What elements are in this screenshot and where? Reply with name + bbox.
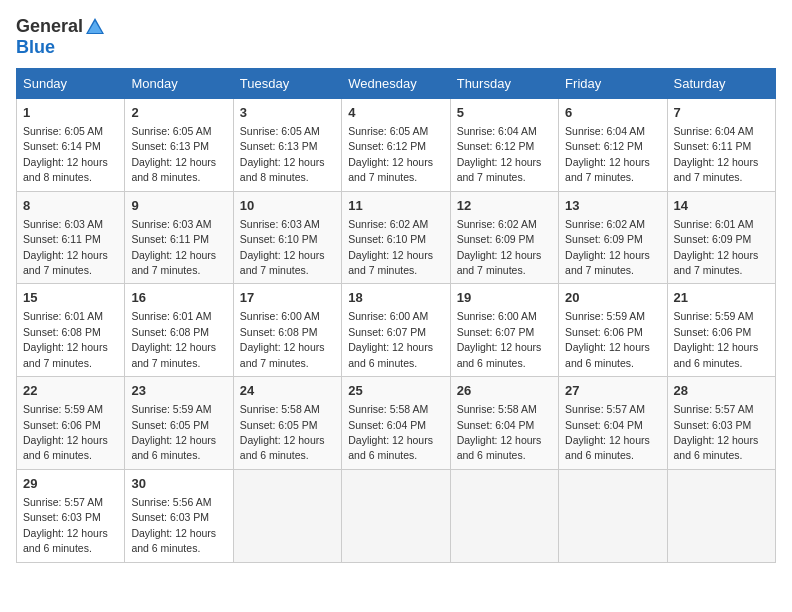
col-header-wednesday: Wednesday: [342, 68, 450, 98]
calendar-week-4: 29Sunrise: 5:57 AMSunset: 6:03 PMDayligh…: [17, 469, 776, 562]
day-info: Sunrise: 6:05 AMSunset: 6:13 PMDaylight:…: [240, 125, 325, 183]
day-info: Sunrise: 6:00 AMSunset: 6:07 PMDaylight:…: [348, 310, 433, 368]
day-info: Sunrise: 6:02 AMSunset: 6:09 PMDaylight:…: [565, 218, 650, 276]
day-info: Sunrise: 6:03 AMSunset: 6:11 PMDaylight:…: [131, 218, 216, 276]
day-info: Sunrise: 5:57 AMSunset: 6:03 PMDaylight:…: [23, 496, 108, 554]
day-number: 15: [23, 289, 118, 307]
col-header-monday: Monday: [125, 68, 233, 98]
calendar-cell: 17Sunrise: 6:00 AMSunset: 6:08 PMDayligh…: [233, 284, 341, 377]
day-number: 16: [131, 289, 226, 307]
day-number: 23: [131, 382, 226, 400]
col-header-friday: Friday: [559, 68, 667, 98]
calendar-cell: 18Sunrise: 6:00 AMSunset: 6:07 PMDayligh…: [342, 284, 450, 377]
day-info: Sunrise: 6:01 AMSunset: 6:08 PMDaylight:…: [131, 310, 216, 368]
day-info: Sunrise: 6:01 AMSunset: 6:09 PMDaylight:…: [674, 218, 759, 276]
calendar-cell: 26Sunrise: 5:58 AMSunset: 6:04 PMDayligh…: [450, 377, 558, 470]
calendar-cell: 21Sunrise: 5:59 AMSunset: 6:06 PMDayligh…: [667, 284, 775, 377]
day-number: 22: [23, 382, 118, 400]
header-row: SundayMondayTuesdayWednesdayThursdayFrid…: [17, 68, 776, 98]
calendar-cell: 19Sunrise: 6:00 AMSunset: 6:07 PMDayligh…: [450, 284, 558, 377]
calendar-cell: 30Sunrise: 5:56 AMSunset: 6:03 PMDayligh…: [125, 469, 233, 562]
calendar-cell: [342, 469, 450, 562]
day-info: Sunrise: 5:59 AMSunset: 6:06 PMDaylight:…: [565, 310, 650, 368]
logo: GeneralBlue: [16, 16, 107, 58]
day-info: Sunrise: 6:05 AMSunset: 6:14 PMDaylight:…: [23, 125, 108, 183]
day-info: Sunrise: 6:03 AMSunset: 6:11 PMDaylight:…: [23, 218, 108, 276]
day-number: 30: [131, 475, 226, 493]
calendar-cell: 13Sunrise: 6:02 AMSunset: 6:09 PMDayligh…: [559, 191, 667, 284]
calendar-cell: 25Sunrise: 5:58 AMSunset: 6:04 PMDayligh…: [342, 377, 450, 470]
calendar-cell: 8Sunrise: 6:03 AMSunset: 6:11 PMDaylight…: [17, 191, 125, 284]
day-info: Sunrise: 6:04 AMSunset: 6:11 PMDaylight:…: [674, 125, 759, 183]
calendar-cell: 7Sunrise: 6:04 AMSunset: 6:11 PMDaylight…: [667, 98, 775, 191]
col-header-tuesday: Tuesday: [233, 68, 341, 98]
day-number: 11: [348, 197, 443, 215]
calendar-cell: 16Sunrise: 6:01 AMSunset: 6:08 PMDayligh…: [125, 284, 233, 377]
day-info: Sunrise: 5:59 AMSunset: 6:05 PMDaylight:…: [131, 403, 216, 461]
col-header-saturday: Saturday: [667, 68, 775, 98]
logo-general: General: [16, 16, 83, 36]
day-number: 2: [131, 104, 226, 122]
calendar-cell: [450, 469, 558, 562]
day-info: Sunrise: 6:00 AMSunset: 6:07 PMDaylight:…: [457, 310, 542, 368]
calendar-cell: [667, 469, 775, 562]
calendar-cell: 22Sunrise: 5:59 AMSunset: 6:06 PMDayligh…: [17, 377, 125, 470]
logo-blue: Blue: [16, 37, 55, 57]
col-header-sunday: Sunday: [17, 68, 125, 98]
calendar-cell: 15Sunrise: 6:01 AMSunset: 6:08 PMDayligh…: [17, 284, 125, 377]
calendar-cell: 24Sunrise: 5:58 AMSunset: 6:05 PMDayligh…: [233, 377, 341, 470]
col-header-thursday: Thursday: [450, 68, 558, 98]
calendar-cell: 10Sunrise: 6:03 AMSunset: 6:10 PMDayligh…: [233, 191, 341, 284]
calendar-cell: 3Sunrise: 6:05 AMSunset: 6:13 PMDaylight…: [233, 98, 341, 191]
day-number: 13: [565, 197, 660, 215]
day-info: Sunrise: 5:58 AMSunset: 6:05 PMDaylight:…: [240, 403, 325, 461]
calendar-cell: 2Sunrise: 6:05 AMSunset: 6:13 PMDaylight…: [125, 98, 233, 191]
day-info: Sunrise: 6:05 AMSunset: 6:12 PMDaylight:…: [348, 125, 433, 183]
calendar-cell: 6Sunrise: 6:04 AMSunset: 6:12 PMDaylight…: [559, 98, 667, 191]
calendar-cell: [559, 469, 667, 562]
day-number: 10: [240, 197, 335, 215]
day-info: Sunrise: 5:57 AMSunset: 6:04 PMDaylight:…: [565, 403, 650, 461]
day-number: 1: [23, 104, 118, 122]
day-info: Sunrise: 5:57 AMSunset: 6:03 PMDaylight:…: [674, 403, 759, 461]
calendar-week-1: 8Sunrise: 6:03 AMSunset: 6:11 PMDaylight…: [17, 191, 776, 284]
day-info: Sunrise: 5:56 AMSunset: 6:03 PMDaylight:…: [131, 496, 216, 554]
day-number: 14: [674, 197, 769, 215]
day-number: 26: [457, 382, 552, 400]
day-number: 29: [23, 475, 118, 493]
day-number: 18: [348, 289, 443, 307]
day-info: Sunrise: 6:02 AMSunset: 6:09 PMDaylight:…: [457, 218, 542, 276]
day-number: 9: [131, 197, 226, 215]
day-info: Sunrise: 6:03 AMSunset: 6:10 PMDaylight:…: [240, 218, 325, 276]
calendar-cell: 5Sunrise: 6:04 AMSunset: 6:12 PMDaylight…: [450, 98, 558, 191]
calendar-week-0: 1Sunrise: 6:05 AMSunset: 6:14 PMDaylight…: [17, 98, 776, 191]
day-info: Sunrise: 5:58 AMSunset: 6:04 PMDaylight:…: [457, 403, 542, 461]
day-number: 25: [348, 382, 443, 400]
calendar-cell: 14Sunrise: 6:01 AMSunset: 6:09 PMDayligh…: [667, 191, 775, 284]
day-number: 8: [23, 197, 118, 215]
day-number: 5: [457, 104, 552, 122]
calendar-cell: 27Sunrise: 5:57 AMSunset: 6:04 PMDayligh…: [559, 377, 667, 470]
day-number: 24: [240, 382, 335, 400]
day-number: 3: [240, 104, 335, 122]
calendar-cell: 9Sunrise: 6:03 AMSunset: 6:11 PMDaylight…: [125, 191, 233, 284]
day-info: Sunrise: 5:58 AMSunset: 6:04 PMDaylight:…: [348, 403, 433, 461]
day-info: Sunrise: 6:04 AMSunset: 6:12 PMDaylight:…: [457, 125, 542, 183]
day-info: Sunrise: 6:02 AMSunset: 6:10 PMDaylight:…: [348, 218, 433, 276]
day-info: Sunrise: 5:59 AMSunset: 6:06 PMDaylight:…: [23, 403, 108, 461]
day-number: 28: [674, 382, 769, 400]
calendar-week-3: 22Sunrise: 5:59 AMSunset: 6:06 PMDayligh…: [17, 377, 776, 470]
calendar-cell: 23Sunrise: 5:59 AMSunset: 6:05 PMDayligh…: [125, 377, 233, 470]
day-info: Sunrise: 6:05 AMSunset: 6:13 PMDaylight:…: [131, 125, 216, 183]
day-number: 6: [565, 104, 660, 122]
calendar-cell: 12Sunrise: 6:02 AMSunset: 6:09 PMDayligh…: [450, 191, 558, 284]
day-info: Sunrise: 6:01 AMSunset: 6:08 PMDaylight:…: [23, 310, 108, 368]
calendar-cell: 1Sunrise: 6:05 AMSunset: 6:14 PMDaylight…: [17, 98, 125, 191]
calendar-cell: [233, 469, 341, 562]
calendar-table: SundayMondayTuesdayWednesdayThursdayFrid…: [16, 68, 776, 563]
day-number: 4: [348, 104, 443, 122]
day-number: 12: [457, 197, 552, 215]
calendar-cell: 11Sunrise: 6:02 AMSunset: 6:10 PMDayligh…: [342, 191, 450, 284]
day-info: Sunrise: 5:59 AMSunset: 6:06 PMDaylight:…: [674, 310, 759, 368]
page-header: GeneralBlue: [16, 16, 776, 58]
